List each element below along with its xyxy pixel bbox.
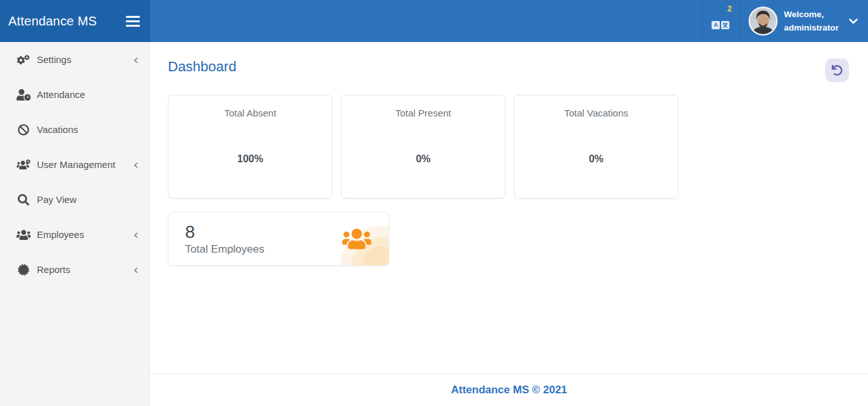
title-row: Dashboard bbox=[168, 59, 849, 82]
content-area: Dashboard Total Absent 100% Total Presen… bbox=[150, 42, 868, 374]
stat-card-value: 0% bbox=[514, 153, 678, 165]
sidebar: Settings ‹ Attendance Vacations User bbox=[0, 42, 150, 406]
user-menu[interactable]: Welcome, administrator bbox=[740, 0, 868, 42]
hamburger-bar bbox=[126, 20, 140, 22]
sidebar-item-reports[interactable]: Reports ‹ bbox=[0, 252, 149, 287]
sidebar-item-vacations[interactable]: Vacations bbox=[0, 112, 149, 147]
stat-cards-row: Total Absent 100% Total Present 0% Total… bbox=[168, 95, 849, 199]
stat-card-label: Total Absent bbox=[169, 108, 332, 118]
sidebar-item-label: Pay View bbox=[37, 194, 139, 205]
certificate-icon bbox=[16, 264, 31, 276]
language-count-badge: 2 bbox=[727, 4, 731, 13]
translate-letter-a: A bbox=[712, 21, 720, 29]
gears-icon bbox=[16, 54, 31, 66]
username: administrator bbox=[784, 21, 839, 34]
sidebar-item-label: Vacations bbox=[37, 124, 139, 135]
brand-header: Attendance MS bbox=[0, 0, 150, 42]
sidebar-item-label: Settings bbox=[37, 54, 134, 65]
brand-title: Attendance MS bbox=[8, 14, 97, 29]
avatar bbox=[748, 6, 778, 36]
stat-card-total-absent: Total Absent 100% bbox=[168, 95, 333, 199]
users-gear-icon bbox=[16, 159, 31, 171]
stat-card-total-vacations: Total Vacations 0% bbox=[514, 95, 679, 199]
sidebar-item-settings[interactable]: Settings ‹ bbox=[0, 42, 149, 77]
users-icon bbox=[342, 227, 371, 251]
search-icon bbox=[16, 194, 31, 206]
attendance-ms-app: Attendance MS 2 A bbox=[0, 0, 868, 406]
chevron-left-icon: ‹ bbox=[134, 55, 139, 64]
ban-icon bbox=[16, 124, 31, 136]
employees-info: 8 Total Employees bbox=[185, 223, 265, 256]
stat-card-label: Total Present bbox=[341, 108, 505, 118]
sidebar-item-user-management[interactable]: User Management ‹ bbox=[0, 147, 149, 182]
employees-row: 8 Total Employees bbox=[168, 212, 849, 266]
sidebar-item-label: Employees bbox=[37, 229, 134, 240]
sidebar-item-label: Reports bbox=[37, 264, 134, 275]
stat-card-value: 100% bbox=[169, 153, 332, 165]
hamburger-menu-button[interactable] bbox=[125, 13, 141, 30]
translate-glyph bbox=[721, 21, 729, 29]
language-switcher[interactable]: 2 A bbox=[702, 0, 740, 42]
total-employees-card: 8 Total Employees bbox=[168, 212, 389, 266]
footer-text: Attendance MS © 2021 bbox=[451, 384, 567, 396]
refresh-icon bbox=[832, 65, 843, 76]
chevron-left-icon: ‹ bbox=[134, 160, 139, 169]
sidebar-item-employees[interactable]: Employees ‹ bbox=[0, 217, 149, 252]
chevron-left-icon: ‹ bbox=[134, 230, 139, 239]
page-title: Dashboard bbox=[168, 59, 237, 75]
sidebar-item-label: Attendance bbox=[37, 89, 139, 100]
stat-card-total-present: Total Present 0% bbox=[341, 95, 506, 199]
sidebar-nav: Settings ‹ Attendance Vacations User bbox=[0, 42, 149, 287]
main-content: Dashboard Total Absent 100% Total Presen… bbox=[150, 42, 868, 406]
user-clock-icon bbox=[16, 89, 31, 101]
hamburger-bar bbox=[126, 25, 140, 27]
stat-card-label: Total Vacations bbox=[514, 108, 678, 118]
welcome-block: Welcome, administrator bbox=[784, 8, 839, 34]
footer: Attendance MS © 2021 bbox=[150, 374, 868, 406]
chevron-left-icon: ‹ bbox=[134, 265, 139, 274]
sidebar-item-pay-view[interactable]: Pay View bbox=[0, 182, 149, 217]
hamburger-bar bbox=[126, 16, 140, 18]
top-header: Attendance MS 2 A bbox=[0, 0, 868, 42]
employee-label: Total Employees bbox=[185, 243, 265, 256]
employee-count: 8 bbox=[185, 223, 265, 242]
welcome-text: Welcome, bbox=[784, 8, 839, 21]
sidebar-item-label: User Management bbox=[37, 159, 134, 170]
translate-icon: A bbox=[712, 21, 729, 29]
stat-card-value: 0% bbox=[341, 153, 505, 165]
refresh-button[interactable] bbox=[825, 59, 849, 82]
users-icon bbox=[16, 229, 31, 241]
chevron-down-icon bbox=[849, 18, 858, 24]
sidebar-item-attendance[interactable]: Attendance bbox=[0, 77, 149, 112]
topbar: 2 A bbox=[150, 0, 868, 42]
